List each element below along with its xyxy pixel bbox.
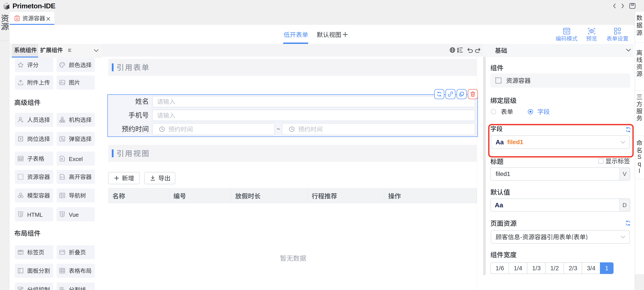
svg-text:Tab: Tab — [19, 252, 22, 254]
